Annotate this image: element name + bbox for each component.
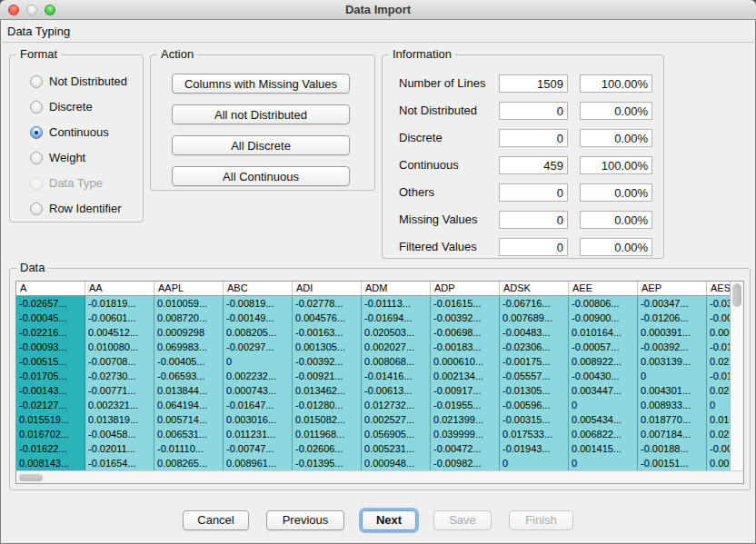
table-cell[interactable]: -0.01305... [500, 383, 569, 398]
radio-not-distributed[interactable]: Not Distributed [30, 73, 132, 91]
table-cell[interactable]: -0.00151... [638, 456, 707, 470]
table-cell[interactable]: 0.020503... [362, 325, 431, 340]
table-cell[interactable]: -0.00 [707, 441, 730, 456]
table-cell[interactable]: -0.00921... [293, 369, 362, 383]
table-cell[interactable]: -0.01280... [293, 398, 362, 412]
table-cell[interactable]: 0.001305... [293, 340, 362, 354]
column-header-aes[interactable]: AES [707, 282, 730, 295]
all-not-distributed-button[interactable]: All not Distributed [172, 104, 350, 124]
table-cell[interactable]: -0.00045... [16, 311, 85, 325]
table-cell[interactable]: 0.015519... [16, 412, 85, 427]
table-cell[interactable]: 0.008720... [154, 311, 224, 325]
table-cell[interactable]: 0.016702... [16, 427, 85, 441]
table-cell[interactable]: 0.005434... [569, 412, 638, 427]
table-cell[interactable]: 0.003447... [569, 383, 638, 398]
table-cell[interactable]: 0.000391... [638, 325, 707, 340]
count-field[interactable]: 0 [499, 129, 568, 147]
table-cell[interactable]: -0.02778... [293, 296, 362, 311]
table-cell[interactable]: -0.02127... [16, 398, 85, 412]
vertical-scrollbar-thumb[interactable] [732, 283, 741, 307]
cancel-button[interactable]: Cancel [183, 510, 249, 530]
table-cell[interactable]: 0.011968... [293, 427, 362, 441]
table-cell[interactable]: -0.00472... [431, 441, 500, 456]
percent-field[interactable]: 100.00% [580, 156, 652, 174]
count-field[interactable]: 1509 [499, 74, 568, 93]
all-continuous-button[interactable]: All Continuous [172, 166, 350, 186]
table-cell[interactable]: -0.00515... [16, 354, 85, 369]
table-cell[interactable]: -0.06593... [154, 369, 224, 383]
table-cell[interactable]: 0.008961... [224, 456, 293, 470]
percent-field[interactable]: 0.00% [580, 183, 652, 202]
column-header-aee[interactable]: AEE [569, 282, 638, 295]
table-cell[interactable]: -0.00747... [224, 441, 293, 456]
table-cell[interactable]: 0.004301... [638, 383, 707, 398]
table-cell[interactable]: -0.00708... [85, 354, 154, 369]
columns-with-missing-values-button[interactable]: Columns with Missing Values [172, 74, 350, 94]
table-cell[interactable]: 0.013819... [85, 412, 154, 427]
table-cell[interactable]: 0.021399... [431, 412, 500, 427]
table-cell[interactable]: 0.018770... [638, 412, 707, 427]
vertical-scrollbar[interactable] [730, 282, 743, 470]
table-cell[interactable]: 0.0009298 [154, 325, 224, 340]
table-cell[interactable]: -0.01615... [431, 296, 500, 311]
table-cell[interactable]: 0.010164... [569, 325, 638, 340]
table-cell[interactable]: 0.021 [707, 354, 730, 369]
percent-field[interactable]: 0.00% [580, 129, 652, 147]
table-cell[interactable]: -0.00 [707, 311, 730, 325]
table-cell[interactable]: -0.00819... [224, 296, 293, 311]
table-cell[interactable]: 0.002321... [85, 398, 154, 412]
radio-row-identifier[interactable]: Row Identifier [30, 200, 132, 218]
radio-weight[interactable]: Weight [30, 149, 132, 167]
table-cell[interactable]: 0 [638, 369, 707, 383]
table-cell[interactable]: 0.027 [707, 427, 730, 441]
table-cell[interactable]: 0.008143... [16, 456, 85, 470]
table-cell[interactable]: 0.005714... [154, 412, 224, 427]
table-cell[interactable]: -0.01819... [85, 296, 154, 311]
count-field[interactable]: 0 [499, 183, 568, 202]
table-cell[interactable]: 0.000743... [224, 383, 293, 398]
table-cell[interactable]: 0.056905... [362, 427, 431, 441]
table-cell[interactable]: -0.00163... [293, 325, 362, 340]
table-cell[interactable]: -0.01113... [362, 296, 431, 311]
table-cell[interactable]: -0.00430... [569, 369, 638, 383]
table-cell[interactable]: -0.05557... [500, 369, 569, 383]
table-cell[interactable]: 0.006531... [154, 427, 224, 441]
table-cell[interactable]: -0.00405... [154, 354, 224, 369]
table-cell[interactable]: -0.00483... [500, 325, 569, 340]
column-header-adm[interactable]: ADM [362, 282, 431, 295]
column-header-adp[interactable]: ADP [431, 282, 500, 295]
table-cell[interactable]: -0.00596... [500, 398, 569, 412]
table-cell[interactable]: -0.01955... [431, 398, 500, 412]
table-cell[interactable]: -0.01 [707, 369, 730, 383]
percent-field[interactable]: 0.00% [580, 102, 652, 120]
table-cell[interactable]: -0.00392... [638, 340, 707, 354]
table-cell[interactable]: 0 [569, 398, 638, 412]
table-cell[interactable]: 0.008068... [362, 354, 431, 369]
count-field[interactable]: 459 [499, 156, 568, 174]
count-field[interactable]: 0 [499, 102, 568, 120]
table-cell[interactable]: -0.00057... [569, 340, 638, 354]
table-cell[interactable]: -0.00183... [431, 340, 500, 354]
table-cell[interactable]: 0.000 [707, 325, 730, 340]
table-cell[interactable]: -0.00698... [431, 325, 500, 340]
count-field[interactable]: 0 [499, 211, 568, 229]
table-cell[interactable]: 0.000948... [362, 456, 431, 470]
table-cell[interactable]: -0.06716... [500, 296, 569, 311]
table-cell[interactable]: 0.008933... [638, 398, 707, 412]
table-cell[interactable]: 0.002232... [224, 369, 293, 383]
table-cell[interactable]: 0.002027... [362, 340, 431, 354]
table-cell[interactable]: 0.008922... [569, 354, 638, 369]
table-cell[interactable]: -0.00613... [362, 383, 431, 398]
table-cell[interactable]: -0.03 [707, 296, 730, 311]
table-cell[interactable]: 0.025 [707, 383, 730, 398]
table-cell[interactable]: -0.01943... [500, 441, 569, 456]
percent-field[interactable]: 0.00% [580, 238, 652, 256]
table-cell[interactable]: -0.02011... [85, 441, 154, 456]
table-cell[interactable]: -0.01622... [16, 441, 85, 456]
column-header-aep[interactable]: AEP [638, 282, 707, 295]
column-header-aapl[interactable]: AAPL [154, 282, 224, 295]
table-cell[interactable]: -0.00917... [431, 383, 500, 398]
table-cell[interactable]: 0.011231... [224, 427, 293, 441]
table-cell[interactable]: -0.02216... [16, 325, 85, 340]
table-cell[interactable]: 0.069983... [154, 340, 224, 354]
